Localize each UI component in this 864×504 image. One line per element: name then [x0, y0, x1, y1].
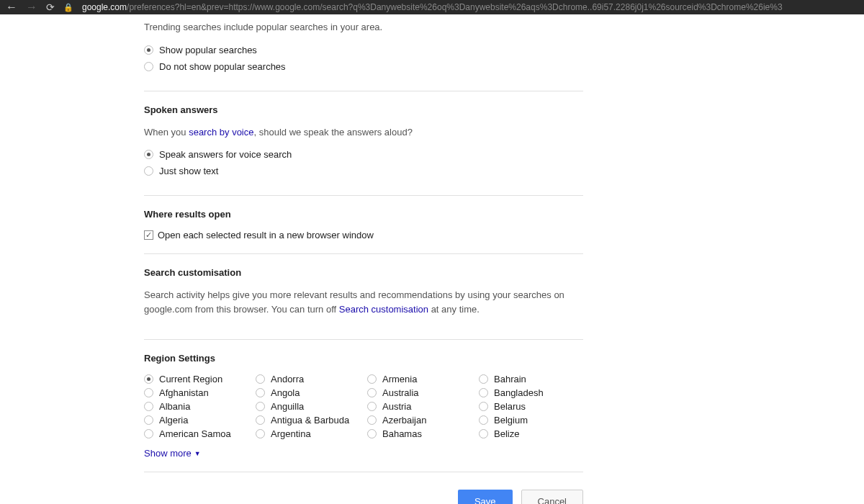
region-row[interactable]: Austria [367, 401, 472, 412]
region-label: Australia [382, 387, 419, 398]
region-row[interactable]: Anguilla [256, 401, 360, 412]
spoken-desc-pre: When you [144, 127, 189, 138]
where-open-title: Where results open [144, 209, 583, 220]
show-more-link[interactable]: Show more ▼ [144, 448, 201, 459]
region-row[interactable]: Antigua & Barbuda [256, 415, 360, 426]
region-row[interactable]: Belarus [479, 401, 583, 412]
button-row: Save Cancel [144, 490, 583, 504]
region-row[interactable]: Current Region [144, 374, 248, 384]
radio-icon[interactable] [479, 402, 488, 411]
lock-icon: 🔒 [63, 3, 73, 12]
region-row[interactable]: Bangladesh [479, 387, 583, 398]
radio-icon[interactable] [144, 415, 153, 425]
url-path: /preferences?hl=en&prev=https://www.goog… [127, 2, 783, 12]
region-label: Andorra [271, 374, 304, 384]
url-domain: google.com [82, 2, 127, 12]
region-label: Bahamas [382, 428, 422, 439]
region-label: Angola [271, 387, 300, 398]
region-col: AndorraAngolaAnguillaAntigua & BarbudaAr… [256, 374, 360, 442]
region-row[interactable]: Australia [367, 387, 472, 398]
radio-icon[interactable] [256, 402, 265, 411]
region-row[interactable]: American Samoa [144, 428, 248, 439]
region-row[interactable]: Bahrain [479, 374, 583, 384]
search-by-voice-link[interactable]: search by voice [189, 127, 253, 138]
browser-toolbar: ← → ⟳ 🔒 google.com/preferences?hl=en&pre… [0, 0, 864, 14]
region-label: Albania [159, 401, 190, 412]
region-row[interactable]: Afghanistan [144, 387, 248, 398]
radio-icon[interactable] [144, 166, 153, 176]
region-row[interactable]: Armenia [367, 374, 472, 384]
region-label: Azerbaijan [382, 415, 426, 426]
region-row[interactable]: Argentina [256, 428, 360, 439]
spoken-speak-row[interactable]: Speak answers for voice search [144, 149, 583, 160]
spoken-text-label: Just show text [159, 166, 218, 176]
region-col: ArmeniaAustraliaAustriaAzerbaijanBahamas [367, 374, 472, 442]
radio-icon[interactable] [144, 374, 153, 384]
region-row[interactable]: Albania [144, 401, 248, 412]
radio-icon[interactable] [256, 388, 265, 397]
region-row[interactable]: Azerbaijan [367, 415, 472, 426]
radio-icon[interactable] [144, 429, 153, 438]
region-title: Region Settings [144, 353, 583, 364]
radio-icon[interactable] [256, 429, 265, 438]
where-open-check-row[interactable]: Open each selected result in a new brows… [144, 230, 583, 240]
spoken-title: Spoken answers [144, 104, 583, 115]
search-custom-desc: Search activity helps give you more rele… [144, 288, 583, 316]
save-button[interactable]: Save [458, 490, 513, 504]
radio-icon[interactable] [479, 415, 488, 425]
radio-icon[interactable] [479, 374, 488, 384]
region-label: Afghanistan [159, 387, 209, 398]
region-grid: Current RegionAfghanistanAlbaniaAlgeriaA… [144, 374, 583, 442]
region-section: Region Settings Current RegionAfghanista… [144, 353, 583, 459]
region-row[interactable]: Andorra [256, 374, 360, 384]
radio-icon[interactable] [144, 62, 153, 71]
region-label: Antigua & Barbuda [271, 415, 349, 426]
region-label: Bahrain [494, 374, 526, 384]
radio-icon[interactable] [367, 429, 377, 438]
show-more-label: Show more [144, 448, 192, 459]
trending-desc: Trending searches include popular search… [144, 20, 583, 35]
search-custom-section: Search customisation Search activity hel… [144, 267, 583, 340]
address-bar[interactable]: google.com/preferences?hl=en&prev=https:… [82, 2, 858, 12]
region-label: Anguilla [271, 401, 304, 412]
radio-icon[interactable] [479, 388, 488, 397]
radio-icon[interactable] [367, 388, 377, 397]
spoken-section: Spoken answers When you search by voice,… [144, 104, 583, 197]
where-open-section: Where results open Open each selected re… [144, 209, 583, 254]
radio-icon[interactable] [256, 374, 265, 384]
forward-icon[interactable]: → [26, 1, 37, 14]
radio-icon[interactable] [144, 388, 153, 397]
radio-icon[interactable] [367, 374, 377, 384]
region-row[interactable]: Angola [256, 387, 360, 398]
spoken-desc: When you search by voice, should we spea… [144, 125, 583, 140]
trending-show-row[interactable]: Show popular searches [144, 45, 583, 55]
region-label: American Samoa [159, 428, 231, 439]
radio-icon[interactable] [144, 150, 153, 159]
spoken-desc-post: , should we speak the answers aloud? [253, 127, 412, 138]
reload-icon[interactable]: ⟳ [46, 1, 55, 13]
radio-icon[interactable] [256, 415, 265, 425]
radio-icon[interactable] [367, 415, 377, 425]
region-row[interactable]: Bahamas [367, 428, 472, 439]
radio-icon[interactable] [479, 429, 488, 438]
radio-icon[interactable] [144, 45, 153, 55]
divider [144, 472, 583, 472]
search-custom-link[interactable]: Search customisation [339, 304, 428, 315]
trending-hide-label: Do not show popular searches [159, 61, 286, 72]
spoken-text-row[interactable]: Just show text [144, 166, 583, 176]
region-col: Current RegionAfghanistanAlbaniaAlgeriaA… [144, 374, 248, 442]
radio-icon[interactable] [367, 402, 377, 411]
region-col: BahrainBangladeshBelarusBelgiumBelize [479, 374, 583, 442]
radio-icon[interactable] [144, 402, 153, 411]
region-label: Argentina [271, 428, 311, 439]
region-row[interactable]: Algeria [144, 415, 248, 426]
region-row[interactable]: Belize [479, 428, 583, 439]
region-row[interactable]: Belgium [479, 415, 583, 426]
cancel-button[interactable]: Cancel [521, 490, 583, 504]
region-label: Belarus [494, 401, 526, 412]
search-custom-title: Search customisation [144, 267, 583, 278]
trending-hide-row[interactable]: Do not show popular searches [144, 61, 583, 72]
checkbox-icon[interactable] [144, 230, 153, 240]
trending-show-label: Show popular searches [159, 45, 257, 55]
back-icon[interactable]: ← [6, 1, 17, 14]
